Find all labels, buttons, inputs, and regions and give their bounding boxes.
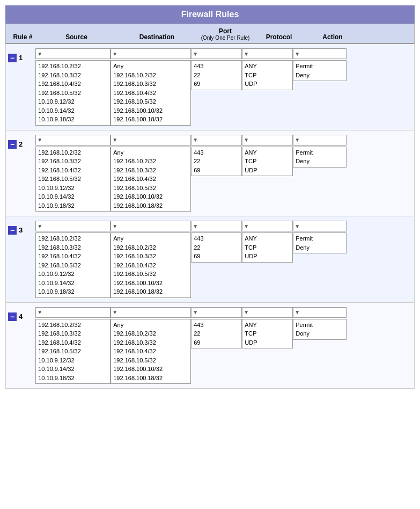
list-item[interactable]: 192.168.10.2/32 [113,243,188,252]
list-item[interactable]: ANY [245,62,290,71]
list-item[interactable]: 192.168.10.4/32 [113,261,188,270]
list-item[interactable]: 192.168.10.2/32 [38,148,108,157]
list-item[interactable]: 192.168.100.18/32 [113,287,188,296]
protocol-listbox[interactable]: ANYTCPUDP [242,60,293,90]
list-item[interactable]: TCP [245,243,290,252]
list-item[interactable]: 192.168.10.3/32 [113,338,188,347]
list-item[interactable]: Any [113,148,188,157]
list-item[interactable]: 192.168.100.18/32 [113,201,188,210]
list-item[interactable]: 10.10.9.18/32 [38,201,108,210]
list-item[interactable]: UDP [245,79,290,89]
list-item[interactable]: Permit [296,148,344,157]
list-item[interactable]: 69 [194,252,239,261]
source-listbox[interactable]: 192.168.10.2/32192.168.10.3/32192.168.10… [35,232,110,298]
list-item[interactable]: TCP [245,329,290,338]
destination-listbox[interactable]: Any192.168.10.2/32192.168.10.3/32192.168… [110,147,191,212]
list-item[interactable]: 192.168.10.3/32 [113,79,188,89]
action-dropdown[interactable]: ▼ [293,221,347,231]
protocol-dropdown[interactable]: ▼ [242,48,293,59]
list-item[interactable]: 192.168.10.2/32 [38,62,108,71]
list-item[interactable]: 22 [194,329,239,338]
port-dropdown[interactable]: ▼ [191,307,242,318]
list-item[interactable]: 10.10.9.12/32 [38,270,108,279]
list-item[interactable]: 69 [194,79,239,89]
protocol-listbox[interactable]: ANYTCPUDP [242,147,293,177]
list-item[interactable]: 192.168.100.18/32 [113,115,188,124]
remove-rule-button[interactable]: − [8,54,17,62]
list-item[interactable]: 69 [194,166,239,175]
port-listbox[interactable]: 4432269 [191,319,242,349]
list-item[interactable]: 192.168.10.2/32 [38,321,108,330]
list-item[interactable]: 192.168.10.3/32 [38,71,108,80]
action-dropdown[interactable]: ▼ [293,307,347,318]
source-listbox[interactable]: 192.168.10.2/32192.168.10.3/32192.168.10… [35,60,110,126]
remove-rule-button[interactable]: − [8,312,17,321]
list-item[interactable]: 192.168.10.4/32 [38,338,108,347]
list-item[interactable]: 192.168.10.5/32 [113,356,188,365]
port-listbox[interactable]: 4432269 [191,232,242,263]
list-item[interactable]: 69 [194,338,239,347]
list-item[interactable]: Permit [296,321,344,330]
protocol-dropdown[interactable]: ▼ [242,221,293,231]
list-item[interactable]: 192.168.10.3/32 [38,243,108,252]
list-item[interactable]: 192.168.10.5/32 [113,184,188,193]
list-item[interactable]: 192.168.10.2/32 [113,157,188,166]
destination-listbox[interactable]: Any192.168.10.2/32192.168.10.3/32192.168… [110,232,191,298]
list-item[interactable]: 10.10.9.12/32 [38,97,108,106]
list-item[interactable]: 192.168.10.2/32 [38,234,108,243]
action-listbox[interactable]: PermitDeny [293,232,347,253]
list-item[interactable]: 192.168.10.5/32 [113,97,188,106]
port-dropdown[interactable]: ▼ [191,135,242,146]
destination-listbox[interactable]: Any192.168.10.2/32192.168.10.3/32192.168… [110,60,191,126]
list-item[interactable]: 443 [194,62,239,71]
port-dropdown[interactable]: ▼ [191,48,242,59]
list-item[interactable]: 192.168.10.3/32 [38,157,108,166]
protocol-dropdown[interactable]: ▼ [242,307,293,318]
list-item[interactable]: 443 [194,148,239,157]
list-item[interactable]: 192.168.10.4/32 [38,252,108,261]
protocol-listbox[interactable]: ANYTCPUDP [242,232,293,263]
list-item[interactable]: ANY [245,234,290,243]
list-item[interactable]: ANY [245,321,290,330]
action-listbox[interactable]: PermitDony [293,319,347,340]
source-dropdown[interactable]: ▼ [35,307,110,318]
port-listbox[interactable]: 4432269 [191,60,242,90]
list-item[interactable]: 192.168.100.10/32 [113,365,188,374]
list-item[interactable]: Any [113,62,188,71]
list-item[interactable]: Deny [296,243,344,252]
list-item[interactable]: 22 [194,71,239,80]
list-item[interactable]: Any [113,234,188,243]
list-item[interactable]: Deny [296,157,344,166]
list-item[interactable]: UDP [245,252,290,261]
source-dropdown[interactable]: ▼ [35,48,110,59]
list-item[interactable]: 192.168.10.3/32 [113,252,188,261]
list-item[interactable]: TCP [245,157,290,166]
destination-dropdown[interactable]: ▼ [110,135,191,146]
destination-dropdown[interactable]: ▼ [110,48,191,59]
list-item[interactable]: ANY [245,148,290,157]
list-item[interactable]: 192.168.10.4/32 [113,174,188,184]
source-dropdown[interactable]: ▼ [35,135,110,146]
list-item[interactable]: 192.168.10.5/32 [38,174,108,184]
list-item[interactable]: 10.10.9.14/32 [38,365,108,374]
destination-dropdown[interactable]: ▼ [110,307,191,318]
remove-rule-button[interactable]: − [8,140,17,149]
port-dropdown[interactable]: ▼ [191,221,242,231]
destination-listbox[interactable]: Any192.168.10.2/32192.168.10.3/32192.168… [110,319,191,384]
list-item[interactable]: 192.168.10.4/32 [113,89,188,98]
list-item[interactable]: Any [113,321,188,330]
list-item[interactable]: 192.168.10.4/32 [38,79,108,89]
list-item[interactable]: 443 [194,234,239,243]
list-item[interactable]: 192.168.10.2/32 [113,329,188,338]
list-item[interactable]: 192.168.10.3/32 [38,329,108,338]
list-item[interactable]: 192.168.10.3/32 [113,166,188,175]
list-item[interactable]: 192.168.100.10/32 [113,279,188,288]
list-item[interactable]: 10.10.9.18/32 [38,115,108,124]
list-item[interactable]: UDP [245,166,290,175]
destination-dropdown[interactable]: ▼ [110,221,191,231]
list-item[interactable]: 192.168.10.5/32 [38,261,108,270]
action-dropdown[interactable]: ▼ [293,135,347,146]
list-item[interactable]: Permit [296,62,344,71]
action-dropdown[interactable]: ▼ [293,48,347,59]
list-item[interactable]: 192.168.10.5/32 [38,347,108,356]
